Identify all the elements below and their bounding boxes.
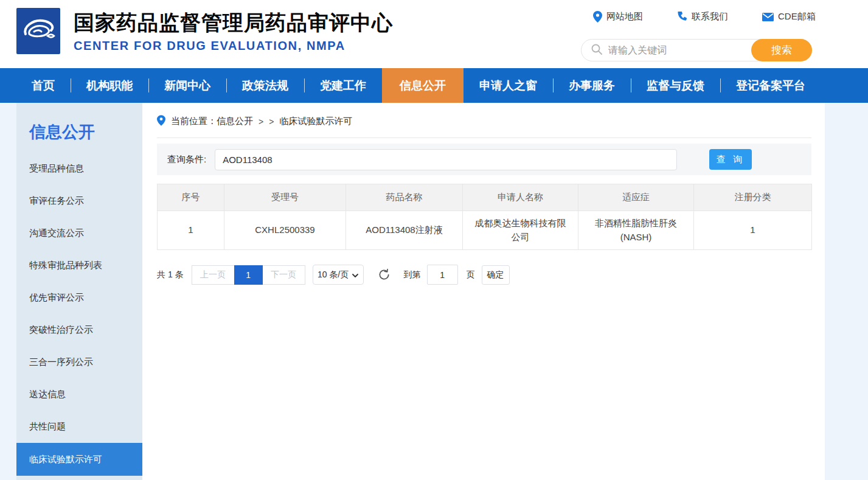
sidebar-item-breakthrough-therapy[interactable]: 突破性治疗公示 (16, 314, 142, 346)
prev-page-button[interactable]: 上一页 (192, 265, 234, 285)
nav-item-supervision[interactable]: 监督与反馈 (631, 68, 720, 103)
sidebar-item-accepted-varieties[interactable]: 受理品种信息 (16, 153, 142, 185)
cell-registration-class: 1 (694, 211, 812, 250)
sidebar-item-priority-review[interactable]: 优先审评公示 (16, 282, 142, 314)
goto-page-suffix: 页 (467, 270, 475, 280)
site-title: 国家药品监督管理局药品审评中心 (74, 10, 393, 35)
right-gutter (825, 103, 868, 480)
cde-mail-label: CDE邮箱 (778, 11, 816, 23)
goto-page-input[interactable] (427, 265, 458, 285)
sidebar-item-clinical-trial-implied-license[interactable]: 临床试验默示许可 (16, 443, 142, 476)
sidebar-title: 信息公开 (16, 121, 142, 143)
nav-item-applicant-window[interactable]: 申请人之窗 (464, 68, 553, 103)
nav-item-home[interactable]: 首页 (16, 68, 71, 103)
location-pin-icon (593, 11, 602, 23)
query-panel: 查询条件: 查 询 (157, 144, 811, 175)
header-seq: 序号 (158, 184, 224, 211)
breadcrumb-current: 临床试验默示许可 (279, 116, 352, 127)
breadcrumb-separator: > (259, 117, 263, 127)
breadcrumb-pin-icon (157, 115, 165, 128)
header-applicant: 申请人名称 (463, 184, 578, 211)
page-number-button[interactable]: 1 (234, 265, 263, 285)
cde-logo-icon (16, 8, 60, 54)
nav-item-party[interactable]: 党建工作 (304, 68, 382, 103)
cde-mail-link[interactable]: CDE邮箱 (762, 11, 816, 23)
header-indication: 适应症 (578, 184, 694, 211)
table-header-row: 序号 受理号 药品名称 申请人名称 适应症 注册分类 (158, 184, 812, 211)
search-icon (591, 44, 602, 57)
cell-acceptance-no: CXHL2500339 (224, 211, 346, 250)
next-page-button[interactable]: 下一页 (263, 265, 305, 285)
cell-indication: 非酒精性脂肪性肝炎(NASH) (578, 211, 694, 250)
page: 国家药品监督管理局药品审评中心 CENTER FOR DRUG EVALUATI… (0, 0, 868, 480)
header: 国家药品监督管理局药品审评中心 CENTER FOR DRUG EVALUATI… (0, 0, 868, 68)
confirm-button[interactable]: 确定 (482, 265, 510, 285)
nav-item-policies[interactable]: 政策法规 (226, 68, 304, 103)
chevron-down-icon (352, 270, 358, 280)
results-table: 序号 受理号 药品名称 申请人名称 适应症 注册分类 1 CXHL2500339… (157, 184, 812, 250)
sidebar-item-three-in-one[interactable]: 三合一序列公示 (16, 346, 142, 378)
cell-drug-name: AOD113408注射液 (346, 211, 463, 250)
cell-applicant: 成都奥达生物科技有限公司 (463, 211, 578, 250)
brand: 国家药品监督管理局药品审评中心 CENTER FOR DRUG EVALUATI… (16, 8, 393, 54)
main-nav: 首页 机构职能 新闻中心 政策法规 党建工作 信息公开 申请人之窗 办事服务 监… (0, 68, 868, 103)
query-label: 查询条件: (167, 154, 206, 165)
query-button[interactable]: 查 询 (709, 149, 752, 170)
search-button[interactable]: 搜索 (751, 39, 812, 61)
header-drug-name: 药品名称 (346, 184, 463, 211)
breadcrumb: 当前位置：信息公开 > > 临床试验默示许可 (157, 115, 811, 138)
total-count: 共 1 条 (157, 270, 184, 280)
nav-item-info-disclosure[interactable]: 信息公开 (382, 68, 464, 103)
sidebar: 信息公开 受理品种信息 审评任务公示 沟通交流公示 特殊审批品种列表 优先审评公… (16, 103, 142, 480)
contact-link[interactable]: 联系我们 (677, 11, 728, 23)
nav-item-services[interactable]: 办事服务 (553, 68, 631, 103)
refresh-icon[interactable] (378, 268, 391, 281)
breadcrumb-separator: > (269, 117, 274, 127)
page-size-value: 10 条/页 (318, 270, 349, 280)
main-wrap: 信息公开 受理品种信息 审评任务公示 沟通交流公示 特殊审批品种列表 优先审评公… (0, 103, 868, 480)
header-registration-class: 注册分类 (694, 184, 812, 211)
table-row: 1 CXHL2500339 AOD113408注射液 成都奥达生物科技有限公司 … (158, 211, 812, 250)
site-search: 搜索 (581, 39, 812, 61)
brand-text: 国家药品监督管理局药品审评中心 CENTER FOR DRUG EVALUATI… (74, 8, 393, 53)
page-size-select[interactable]: 10 条/页 (313, 265, 364, 285)
site-subtitle: CENTER FOR DRUG EVALUATION, NMPA (74, 39, 393, 53)
sidebar-item-common-issues[interactable]: 共性问题 (16, 411, 142, 443)
pagination: 共 1 条 上一页 1 下一页 10 条/页 到第 页 确定 (157, 265, 811, 285)
phone-icon (677, 12, 687, 22)
breadcrumb-location: 当前位置：信息公开 (171, 116, 253, 127)
goto-page-label: 到第 (404, 270, 421, 280)
contact-label: 联系我们 (692, 11, 728, 23)
cell-seq: 1 (158, 211, 224, 250)
nav-item-registration-platform[interactable]: 登记备案平台 (720, 68, 821, 103)
content: 当前位置：信息公开 > > 临床试验默示许可 查询条件: 查 询 序号 受理号 … (142, 103, 825, 480)
query-input[interactable] (215, 149, 677, 170)
nav-item-news[interactable]: 新闻中心 (148, 68, 226, 103)
nav-item-functions[interactable]: 机构职能 (71, 68, 148, 103)
sidebar-item-review-tasks[interactable]: 审评任务公示 (16, 185, 142, 217)
sidebar-item-delivery-info[interactable]: 送达信息 (16, 378, 142, 411)
sitemap-label: 网站地图 (606, 11, 643, 23)
sidebar-item-special-approval[interactable]: 特殊审批品种列表 (16, 249, 142, 282)
left-gutter (0, 103, 16, 480)
quick-links: 网站地图 联系我们 CDE邮箱 (593, 11, 816, 23)
sitemap-link[interactable]: 网站地图 (593, 11, 643, 23)
sidebar-item-communication[interactable]: 沟通交流公示 (16, 217, 142, 249)
header-acceptance-no: 受理号 (224, 184, 346, 211)
search-input[interactable] (608, 45, 751, 56)
mail-icon (762, 13, 774, 21)
